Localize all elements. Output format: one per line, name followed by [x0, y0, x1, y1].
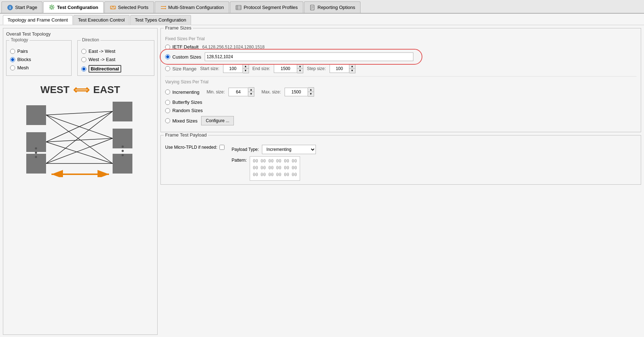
direction-ew-option[interactable]: East -> West: [81, 49, 150, 54]
custom-sizes-option[interactable]: Custom Sizes: [165, 54, 201, 60]
tab-reporting-options-label: Reporting Options: [318, 5, 355, 10]
size-range-radio[interactable]: [165, 66, 170, 71]
ietf-value: 64,128,256,512,1024,1280,1518: [202, 45, 265, 50]
west-east-diagram: WEST ⟺ EAST: [6, 79, 154, 181]
direction-ew-label: East -> West: [89, 49, 115, 54]
incrementing-radio[interactable]: [165, 89, 170, 94]
tab-test-configuration-label: Test Configuration: [57, 5, 98, 10]
random-row: Random Sizes: [165, 108, 636, 113]
tab-reporting-options[interactable]: Reporting Options: [304, 1, 361, 13]
tab-test-configuration[interactable]: Test Configuration: [43, 1, 104, 13]
random-radio[interactable]: [165, 108, 170, 113]
svg-rect-32: [113, 102, 132, 121]
end-size-label: End size:: [253, 66, 270, 71]
incrementing-label: Incrementing: [172, 89, 199, 95]
min-size-input[interactable]: [228, 88, 248, 96]
tab-test-types[interactable]: Test Types Configuration: [130, 15, 191, 25]
end-size-buttons: ▲ ▼: [297, 64, 303, 73]
custom-sizes-input[interactable]: [205, 52, 413, 61]
min-size-spinner: ▲ ▼: [228, 87, 254, 97]
butterfly-option[interactable]: Butterfly Sizes: [165, 100, 202, 105]
step-size-spinner: ▲ ▼: [330, 64, 355, 73]
direction-ew-radio[interactable]: [81, 49, 86, 54]
butterfly-radio[interactable]: [165, 100, 170, 105]
configure-button[interactable]: Configure ...: [201, 116, 234, 125]
report-icon: [309, 4, 316, 11]
topology-mesh-radio[interactable]: [10, 65, 15, 70]
direction-we-radio[interactable]: [81, 57, 86, 62]
direction-group: Direction East -> West West -> East Bidi…: [77, 40, 154, 76]
direction-bi-radio[interactable]: [81, 66, 86, 71]
ietf-radio[interactable]: [165, 45, 170, 50]
fixed-sizes-title: Fixed Sizes Per Trial: [165, 36, 636, 41]
network-diagram: [15, 98, 145, 177]
payload-type-select[interactable]: Incrementing Random Fixed: [262, 145, 316, 154]
step-size-down[interactable]: ▼: [349, 69, 355, 73]
end-size-input[interactable]: [274, 64, 297, 73]
topology-mesh-option[interactable]: Mesh: [10, 65, 68, 70]
topology-group: Topology Pairs Blocks Mesh: [6, 40, 72, 76]
max-size-down[interactable]: ▼: [308, 92, 314, 96]
random-option[interactable]: Random Sizes: [165, 108, 203, 113]
max-size-up[interactable]: ▲: [308, 88, 314, 92]
svg-point-29: [35, 147, 37, 149]
micro-tpld-checkbox[interactable]: [219, 145, 225, 150]
start-size-down[interactable]: ▼: [243, 69, 249, 73]
pattern-grid: 00 00 00 00 00 00 00 00 00 00 00 00 00 0…: [250, 156, 300, 181]
tab-multi-stream[interactable]: Multi-Stream Configuration: [155, 1, 230, 13]
end-size-down[interactable]: ▼: [297, 69, 303, 73]
incrementing-option[interactable]: Incrementing: [165, 89, 199, 95]
start-size-up[interactable]: ▲: [243, 64, 249, 69]
svg-line-43: [46, 142, 113, 163]
size-range-row: Size Range Start size: ▲ ▼ End size:: [165, 64, 636, 73]
topology-blocks-option[interactable]: Blocks: [10, 57, 68, 62]
mixed-option[interactable]: Mixed Sizes: [165, 118, 198, 124]
start-size-input[interactable]: [223, 64, 243, 73]
svg-line-45: [46, 138, 113, 163]
pattern-row-1: 00 00 00 00 00 00: [253, 158, 297, 165]
svg-line-12: [111, 6, 113, 9]
gear-icon: [49, 4, 55, 10]
ietf-option[interactable]: IETF Default: [165, 44, 199, 50]
tab-start-page[interactable]: i Start Page: [1, 1, 42, 13]
topology-pairs-radio[interactable]: [10, 49, 15, 54]
svg-point-30: [35, 152, 37, 154]
size-range-label: Size Range: [172, 66, 196, 71]
frame-test-payload-section: Frame Test Payload Use Micro-TPLD if nee…: [160, 135, 641, 185]
end-size-up[interactable]: ▲: [297, 64, 303, 69]
svg-point-37: [122, 154, 124, 156]
frame-test-payload-title: Frame Test Payload: [164, 132, 208, 138]
ietf-label: IETF Default: [172, 44, 199, 50]
svg-point-36: [122, 150, 124, 152]
size-range-option[interactable]: Size Range: [165, 66, 196, 71]
svg-point-9: [53, 5, 54, 6]
payload-type-label: Payload Type:: [232, 147, 259, 152]
topology-pairs-option[interactable]: Pairs: [10, 49, 68, 54]
payload-left: Use Micro-TPLD if needed:: [165, 145, 225, 150]
tab-selected-ports[interactable]: Selected Ports: [104, 1, 154, 13]
tab-topology-frame[interactable]: Topology and Frame Content: [3, 15, 73, 25]
direction-bi-option[interactable]: Bidirectional: [81, 65, 150, 73]
tab-protocol-segment[interactable]: Protocol Segment Profiles: [230, 1, 303, 13]
min-size-down[interactable]: ▼: [248, 92, 254, 96]
info-icon: i: [7, 4, 13, 11]
pattern-row: Pattern: 00 00 00 00 00 00 00 00 00 00 0…: [232, 156, 316, 181]
step-size-label: Step size:: [307, 66, 326, 71]
direction-we-option[interactable]: West -> East: [81, 57, 150, 62]
mixed-row: Mixed Sizes Configure ...: [165, 116, 636, 125]
tab-execution-control[interactable]: Test Execution Control: [73, 15, 130, 25]
max-size-input[interactable]: [285, 88, 308, 96]
step-size-input[interactable]: [330, 64, 349, 73]
svg-line-40: [46, 115, 113, 163]
direction-legend: Direction: [81, 37, 100, 42]
min-size-up[interactable]: ▲: [248, 88, 254, 92]
streams-icon: [160, 4, 167, 11]
step-size-up[interactable]: ▲: [349, 64, 355, 69]
topology-blocks-radio[interactable]: [10, 57, 15, 62]
random-label: Random Sizes: [172, 108, 203, 113]
mixed-radio[interactable]: [165, 118, 170, 123]
svg-point-7: [50, 5, 51, 6]
micro-tpld-label: Use Micro-TPLD if needed:: [165, 145, 217, 150]
start-size-label: Start size:: [200, 66, 219, 71]
custom-sizes-radio[interactable]: [165, 54, 170, 59]
